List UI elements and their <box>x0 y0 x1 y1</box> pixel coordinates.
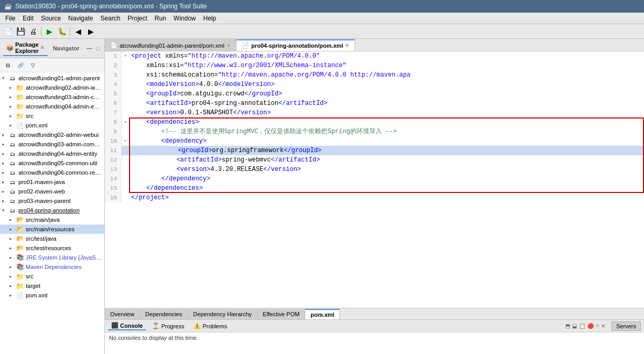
tree-item[interactable]: ▸📚JRE System Library [JavaSE-1.8] <box>0 253 104 262</box>
menu-item-navigate[interactable]: Navigate <box>65 14 96 23</box>
tree-item[interactable]: ▸📁atcrowdfunding02-admin-webui <box>0 83 104 92</box>
code-area[interactable]: 1▾<project xmlns="http://maven.apache.or… <box>105 51 644 308</box>
fold-icon[interactable]: ▾ <box>122 51 129 61</box>
tree-item[interactable]: ▸🗂atcrowdfunding03-admin-component <box>0 140 104 149</box>
package-explorer-tab[interactable]: 📦 Package Explorer ✕ <box>3 40 48 56</box>
tree-arrow[interactable]: ▸ <box>9 274 16 279</box>
bottom-editor-tab[interactable]: Overview <box>105 309 140 319</box>
console-action-btn[interactable]: ⬓ <box>572 323 577 329</box>
console-action-btn[interactable]: 🔴 <box>587 323 594 329</box>
menu-item-project[interactable]: Project <box>124 14 150 23</box>
tree-item[interactable]: ▾🗂pro04-spring-annotation <box>0 206 104 215</box>
tree-arrow[interactable]: ▸ <box>9 255 16 260</box>
tree-arrow[interactable]: ▸ <box>2 170 8 175</box>
console-action-btn[interactable]: ✕ <box>601 323 605 329</box>
console-action-btn[interactable]: 📋 <box>579 323 585 329</box>
tree-arrow[interactable]: ▸ <box>9 217 16 222</box>
tree-item[interactable]: ▸📁src <box>0 272 104 281</box>
tree-item[interactable]: ▸🗂pro01-maven-java <box>0 177 104 187</box>
editor-tab-tab2[interactable]: 📄pro04-spring-annotation/pom.xml✕ <box>237 39 355 51</box>
tree-arrow[interactable]: ▸ <box>2 160 8 166</box>
tree-item[interactable]: ▸🗂pro02-maven-web <box>0 187 104 196</box>
tree-item[interactable]: ▸📚Maven Dependencies <box>0 262 104 272</box>
tree-arrow[interactable]: ▸ <box>2 132 8 137</box>
tree-node-label: JRE System Library [JavaSE-1.8] <box>26 254 102 261</box>
bottom-editor-tab[interactable]: Dependencies <box>140 309 188 319</box>
tree-item[interactable]: ▸🗂atcrowdfunding02-admin-webui <box>0 130 104 140</box>
menu-item-window[interactable]: Window <box>170 14 199 23</box>
tree-item[interactable]: ▸📁target <box>0 281 104 291</box>
menu-item-help[interactable]: Help <box>200 14 220 23</box>
tree-item[interactable]: ▸📄pom.xml <box>0 121 104 130</box>
minimize-btn[interactable]: — <box>84 45 93 52</box>
link-editor-btn[interactable]: 🔗 <box>15 59 26 71</box>
tree-arrow[interactable]: ▸ <box>9 245 16 251</box>
tree-item[interactable]: ▸🗂pro03-maven-parent <box>0 196 104 206</box>
tree-arrow[interactable]: ▸ <box>2 151 8 156</box>
tab-close-btn[interactable]: ✕ <box>345 43 349 48</box>
tree-arrow[interactable]: ▸ <box>2 198 8 203</box>
tree-item[interactable]: ▸🗂atcrowdfunding05-common-util <box>0 158 104 168</box>
tree-item[interactable]: ▸📄pom.xml <box>0 291 104 300</box>
tree-arrow[interactable]: ▾ <box>2 76 8 81</box>
tree-arrow[interactable]: ▸ <box>2 142 8 147</box>
tree-item[interactable]: ▸🗂atcrowdfunding06-common-reverse <box>0 168 104 177</box>
toolbar-new-btn[interactable]: 📄 <box>2 26 14 37</box>
bottom-editor-tab[interactable]: Dependency Hierarchy <box>188 309 257 319</box>
servers-tab[interactable]: Servers <box>611 321 641 331</box>
tree-item[interactable]: ▸📂src/test/java <box>0 234 104 243</box>
tree-arrow[interactable]: ▸ <box>9 236 16 241</box>
toolbar-print-btn[interactable]: 🖨 <box>27 26 39 37</box>
navigator-label: Navigator <box>53 45 80 51</box>
tree-item[interactable]: ▸📁atcrowdfunding04-admin-entity <box>0 102 104 111</box>
tree-item[interactable]: ▸📂src/main/java <box>0 215 104 224</box>
menu-item-edit[interactable]: Edit <box>19 14 37 23</box>
tree-item[interactable]: ▸📂src/main/resources <box>0 224 104 234</box>
toolbar-run-btn[interactable]: ▶ <box>44 26 55 37</box>
menu-item-search[interactable]: Search <box>97 14 123 23</box>
code-content: </dependencies> <box>129 184 203 193</box>
console-tab[interactable]: ⚠️Problems <box>190 322 230 330</box>
tree-arrow[interactable]: ▸ <box>9 113 16 119</box>
tab-close-btn[interactable]: ✕ <box>227 43 231 48</box>
fold-icon[interactable]: ▾ <box>122 136 129 146</box>
navigator-tab[interactable]: Navigator <box>50 44 83 52</box>
toolbar-debug-btn[interactable]: 🐛 <box>56 26 68 37</box>
tree-node-label: atcrowdfunding02-admin-webui <box>26 84 102 91</box>
tree-arrow[interactable]: ▸ <box>2 179 8 185</box>
tree-arrow[interactable]: ▸ <box>9 85 16 90</box>
console-action-btn[interactable]: ⬒ <box>565 323 570 329</box>
tree-item[interactable]: ▾🗂atcrowdfunding01-admin-parent <box>0 73 104 83</box>
toolbar-save-btn[interactable]: 💾 <box>15 26 26 37</box>
tree-item[interactable]: ▸📁atcrowdfunding03-admin-component <box>0 92 104 102</box>
tree-item[interactable]: ▸📁src <box>0 111 104 121</box>
bottom-editor-tab[interactable]: pom.xml <box>305 309 340 319</box>
console-tab[interactable]: ⬛Console <box>108 321 146 330</box>
console-tab[interactable]: ⏳Progress <box>149 322 187 330</box>
toolbar-back-btn[interactable]: ◀ <box>72 26 84 37</box>
console-action-btn[interactable]: = <box>596 323 599 329</box>
menu-item-file[interactable]: File <box>2 14 18 23</box>
tree-arrow[interactable]: ▸ <box>9 104 16 109</box>
tree-node-label: src/main/java <box>26 217 60 223</box>
toolbar-forward-btn[interactable]: ▶ <box>85 26 96 37</box>
tree-arrow[interactable]: ▸ <box>9 94 16 100</box>
bottom-editor-tab[interactable]: Effective POM <box>257 309 305 319</box>
tree-arrow[interactable]: ▾ <box>2 208 8 213</box>
tree-arrow[interactable]: ▸ <box>9 264 16 270</box>
tree-item[interactable]: ▸📂src/test/resources <box>0 243 104 253</box>
fold-icon[interactable]: ▾ <box>122 117 129 127</box>
tree-arrow[interactable]: ▸ <box>9 293 16 298</box>
menu-item-run[interactable]: Run <box>152 14 169 23</box>
package-explorer-close[interactable]: ✕ <box>40 45 45 50</box>
menu-item-source[interactable]: Source <box>38 14 64 23</box>
tree-item[interactable]: ▸🗂atcrowdfunding04-admin-entity <box>0 149 104 158</box>
editor-tab-tab1[interactable]: 📄atcrowdfunding01-admin-parent/pom.xml✕ <box>105 39 237 51</box>
maximize-btn[interactable]: □ <box>94 45 101 52</box>
tree-arrow[interactable]: ▸ <box>9 123 16 128</box>
tree-arrow[interactable]: ▸ <box>9 283 16 288</box>
tree-arrow[interactable]: ▸ <box>9 227 16 232</box>
tree-menu-btn[interactable]: ▽ <box>27 59 39 71</box>
collapse-all-btn[interactable]: ⊟ <box>2 59 14 71</box>
tree-arrow[interactable]: ▸ <box>2 189 8 194</box>
